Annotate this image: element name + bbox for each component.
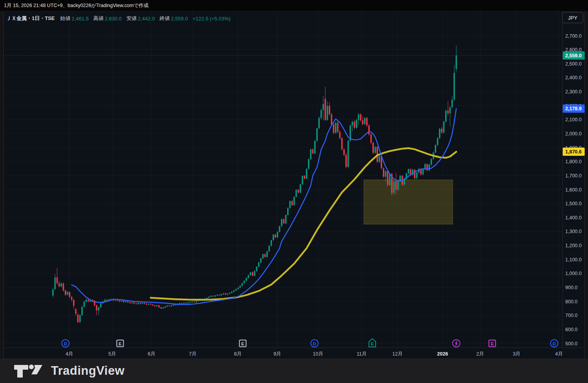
attribution-text: 1月 15, 2026 21:48 UTC+9、backy0226がTradin… (4, 2, 148, 9)
svg-text:1,000.0: 1,000.0 (565, 271, 582, 276)
svg-text:12月: 12月 (392, 351, 402, 357)
svg-text:1,500.0: 1,500.0 (565, 201, 582, 206)
svg-text:4月: 4月 (66, 351, 73, 357)
svg-text:3月: 3月 (513, 351, 520, 357)
svg-text:2,178.9: 2,178.9 (565, 106, 582, 111)
svg-text:D: D (553, 341, 556, 346)
last-price-tag: 2,559.0 (563, 51, 585, 60)
svg-text:1,800.0: 1,800.0 (565, 159, 582, 164)
svg-text:500.0: 500.0 (565, 341, 577, 347)
svg-text:1,300.0: 1,300.0 (565, 229, 582, 234)
tradingview-logo-icon (13, 361, 46, 381)
open-label: 始値 (60, 15, 71, 22)
close-label: 終値 (160, 15, 170, 22)
chart-legend[interactable]: ＪＸ金属・1日・TSE 始値 2,461.5 高値 2,630.0 安値 2,4… (6, 15, 231, 22)
svg-text:2,300.0: 2,300.0 (565, 89, 582, 95)
snapshot-attribution-bar: 1月 15, 2026 21:48 UTC+9、backy0226がTradin… (0, 0, 588, 11)
high-label: 高値 (93, 15, 104, 22)
svg-text:E: E (371, 341, 374, 346)
svg-text:2,500.0: 2,500.0 (565, 61, 582, 67)
svg-text:900.0: 900.0 (565, 285, 577, 290)
change-value: +122.5 (+5.03%) (193, 16, 231, 22)
svg-text:2月: 2月 (476, 351, 484, 357)
ma-slow-price-tag: 1,870.6 (563, 148, 585, 156)
svg-text:1,600.0: 1,600.0 (565, 187, 582, 193)
low-label: 安値 (126, 15, 137, 22)
svg-text:2,000.0: 2,000.0 (565, 131, 582, 137)
svg-text:2,400.0: 2,400.0 (565, 75, 582, 80)
tradingview-logo-text: TradingView (51, 364, 125, 378)
svg-text:8月: 8月 (234, 351, 241, 357)
svg-text:E: E (241, 341, 244, 346)
svg-text:1,200.0: 1,200.0 (565, 243, 582, 248)
svg-text:1,100.0: 1,100.0 (565, 257, 582, 263)
svg-text:2026: 2026 (437, 351, 448, 357)
svg-text:10月: 10月 (313, 351, 323, 357)
svg-text:4月: 4月 (555, 351, 563, 357)
svg-text:2,559.0: 2,559.0 (565, 53, 582, 58)
currency-toggle-button[interactable]: JPY (562, 12, 583, 23)
ma-fast-price-tag: 2,178.9 (563, 104, 585, 113)
svg-text:1,870.6: 1,870.6 (565, 149, 582, 155)
svg-text:800.0: 800.0 (565, 299, 577, 305)
brand-bar: TradingView (0, 359, 588, 383)
tradingview-logo-link[interactable]: TradingView (13, 361, 125, 381)
svg-text:1,700.0: 1,700.0 (565, 173, 582, 179)
svg-text:6月: 6月 (147, 351, 155, 357)
open-value: 2,461.5 (72, 16, 89, 22)
svg-text:D: D (313, 341, 316, 346)
price-chart-canvas[interactable]: 2,700.02,600.02,500.02,400.02,300.02,200… (0, 0, 588, 383)
svg-text:E: E (491, 341, 494, 346)
svg-text:11月: 11月 (357, 351, 366, 357)
svg-text:2,700.0: 2,700.0 (565, 33, 582, 39)
close-value: 2,559.0 (171, 16, 188, 22)
symbol-title[interactable]: ＪＸ金属・1日・TSE (6, 15, 55, 22)
low-value: 2,442.0 (138, 16, 155, 22)
svg-text:7月: 7月 (189, 351, 196, 357)
svg-text:1,400.0: 1,400.0 (565, 215, 582, 221)
svg-text:E: E (118, 341, 122, 346)
chart-frame (4, 11, 584, 359)
tradingview-published-chart: 1月 15, 2026 21:48 UTC+9、backy0226がTradin… (0, 0, 588, 383)
svg-text:600.0: 600.0 (565, 327, 577, 332)
high-value: 2,630.0 (105, 16, 122, 22)
svg-text:700.0: 700.0 (565, 313, 577, 318)
highlight-box[interactable] (364, 180, 453, 224)
svg-text:9月: 9月 (273, 351, 281, 357)
svg-text:D: D (64, 341, 67, 346)
svg-text:2,100.0: 2,100.0 (565, 117, 582, 122)
svg-text:5月: 5月 (108, 351, 116, 357)
